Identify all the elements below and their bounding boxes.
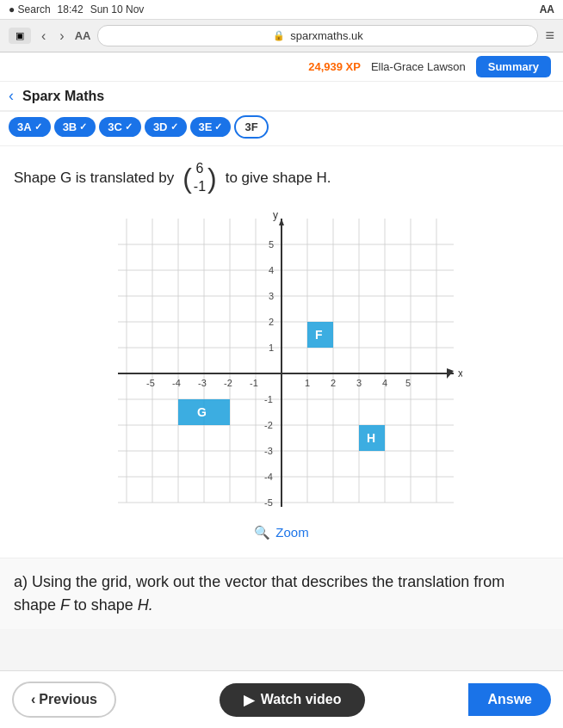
question-shape2: H. xyxy=(138,596,153,614)
bottom-bar: ‹ Previous ▶ Watch video Answe xyxy=(0,670,563,728)
question-text: a) Using the grid, work out the vector t… xyxy=(0,558,563,629)
vector-top: 6 xyxy=(195,160,203,178)
lock-icon: 🔒 xyxy=(273,30,285,41)
svg-text:-2: -2 xyxy=(224,378,232,388)
menu-icon[interactable]: ≡ xyxy=(545,27,554,45)
tab-3e-label: 3E xyxy=(199,120,213,133)
tab-3c[interactable]: 3C ✓ xyxy=(99,117,141,137)
tab-3a[interactable]: 3A ✓ xyxy=(9,117,51,137)
answer-button[interactable]: Answe xyxy=(468,683,551,716)
nav-back-button[interactable]: ‹ xyxy=(9,87,14,105)
user-name: Ella-Grace Lawson xyxy=(371,60,466,73)
check-icon-3c: ✓ xyxy=(125,121,133,133)
svg-text:2: 2 xyxy=(269,317,274,327)
video-icon: ▶ xyxy=(244,692,254,708)
vector-paren-right: ) xyxy=(207,164,217,192)
graph-svg: x y -5 -4 -3 -2 -1 1 2 3 4 5 1 2 3 xyxy=(101,210,462,520)
tab-3b[interactable]: 3B ✓ xyxy=(54,117,96,137)
svg-text:3: 3 xyxy=(356,378,362,388)
svg-text:5: 5 xyxy=(405,378,411,388)
date-text: Sun 10 Nov xyxy=(90,3,145,15)
signal-text: ● Search xyxy=(9,3,51,15)
back-nav-button[interactable]: ‹ xyxy=(38,28,49,44)
problem-outro: to give shape H. xyxy=(226,170,331,187)
svg-text:5: 5 xyxy=(269,239,274,250)
previous-chevron: ‹ xyxy=(31,692,35,707)
zoom-icon: 🔍 xyxy=(254,525,270,540)
svg-text:-5: -5 xyxy=(146,378,155,388)
aa-label: AA xyxy=(75,29,91,42)
problem-intro: Shape G is translated by xyxy=(14,170,174,187)
svg-text:4: 4 xyxy=(382,378,387,388)
tab-3f-label: 3F xyxy=(244,120,257,133)
brand-title: Sparx Maths xyxy=(22,89,104,104)
shape-f-label: F xyxy=(315,328,323,342)
svg-text:3: 3 xyxy=(269,291,274,301)
svg-marker-25 xyxy=(279,219,284,225)
zoom-button[interactable]: 🔍 Zoom xyxy=(254,525,308,540)
summary-button[interactable]: Summary xyxy=(476,56,551,77)
watch-video-button[interactable]: ▶ Watch video xyxy=(220,683,366,717)
check-icon-3a: ✓ xyxy=(34,121,42,133)
vector-bottom: -1 xyxy=(194,178,206,196)
svg-text:1: 1 xyxy=(269,342,274,353)
check-icon-3b: ✓ xyxy=(79,121,87,133)
previous-label: Previous xyxy=(39,692,97,707)
question-connector: to shape xyxy=(74,596,133,614)
browser-tab[interactable]: ▣ xyxy=(9,28,31,44)
previous-button[interactable]: ‹ Previous xyxy=(12,682,116,718)
font-size-text: AA xyxy=(540,3,554,15)
svg-text:4: 4 xyxy=(269,265,274,275)
url-text: sparxmaths.uk xyxy=(290,29,363,42)
check-icon-3e: ✓ xyxy=(214,121,222,133)
topic-tabs: 3A ✓ 3B ✓ 3C ✓ 3D ✓ 3E ✓ 3F xyxy=(0,112,563,146)
vector-notation: ( 6 -1 ) xyxy=(183,160,217,196)
svg-text:1: 1 xyxy=(305,378,310,388)
tab-3a-label: 3A xyxy=(17,120,32,133)
check-icon-3d: ✓ xyxy=(170,121,178,133)
tab-3e[interactable]: 3E ✓ xyxy=(190,117,232,137)
shape-h-label: H xyxy=(367,431,375,445)
problem-statement: Shape G is translated by ( 6 -1 ) to giv… xyxy=(14,160,549,196)
url-bar[interactable]: 🔒 sparxmaths.uk xyxy=(97,25,538,46)
svg-text:-1: -1 xyxy=(250,378,258,388)
xp-bar: 24,939 XP Ella-Grace Lawson Summary xyxy=(0,52,563,82)
xp-amount: 24,939 XP xyxy=(308,60,361,73)
status-bar: ● Search 18:42 Sun 10 Nov AA xyxy=(0,0,563,20)
zoom-label: Zoom xyxy=(275,525,308,540)
graph-container: x y -5 -4 -3 -2 -1 1 2 3 4 5 1 2 3 xyxy=(14,210,549,540)
svg-text:-2: -2 xyxy=(264,420,273,430)
answer-label: Answe xyxy=(487,692,532,706)
tab-3d[interactable]: 3D ✓ xyxy=(145,117,187,137)
y-axis-label: y xyxy=(273,210,278,221)
svg-text:-5: -5 xyxy=(264,497,273,508)
tab-3f[interactable]: 3F xyxy=(234,115,268,139)
question-part: a) xyxy=(14,573,28,590)
x-axis-label: x xyxy=(458,367,462,379)
browser-bar: ▣ ‹ › AA 🔒 sparxmaths.uk ≡ xyxy=(0,20,563,52)
svg-text:2: 2 xyxy=(331,378,336,388)
tab-3d-label: 3D xyxy=(153,120,168,133)
nav-bar: ‹ Sparx Maths xyxy=(0,82,563,112)
svg-text:-1: -1 xyxy=(264,394,273,404)
watch-video-label: Watch video xyxy=(261,692,342,707)
svg-text:-3: -3 xyxy=(264,446,273,456)
tab-3b-label: 3B xyxy=(63,120,77,133)
svg-text:-3: -3 xyxy=(198,378,207,388)
svg-text:-4: -4 xyxy=(172,378,181,388)
main-content: Shape G is translated by ( 6 -1 ) to giv… xyxy=(0,146,563,558)
question-shape1: F xyxy=(60,596,74,614)
forward-nav-button[interactable]: › xyxy=(56,28,67,44)
svg-text:-4: -4 xyxy=(264,472,273,482)
time-text: 18:42 xyxy=(58,3,84,15)
vector-values: 6 -1 xyxy=(192,160,207,196)
shape-g-label: G xyxy=(197,405,207,419)
tab-3c-label: 3C xyxy=(108,120,122,133)
vector-paren-left: ( xyxy=(183,164,192,192)
